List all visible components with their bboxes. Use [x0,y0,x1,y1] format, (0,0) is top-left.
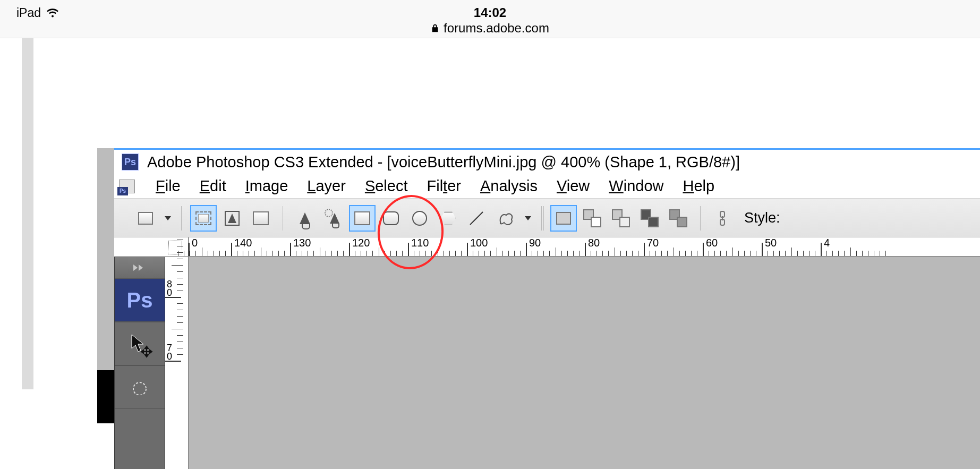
ruler-minor-tick [396,251,397,256]
vruler-minor-tick [177,303,183,304]
vruler-minor-tick [177,259,183,259]
shape-tool-line[interactable] [465,206,489,231]
ruler-minor-tick [862,251,863,256]
ruler-minor-tick [561,251,562,256]
ruler-minor-tick [815,251,815,256]
ruler-minor-tick [372,251,373,256]
ruler-minor-tick [520,251,521,256]
ruler-minor-tick [414,251,414,256]
menu-image[interactable]: Image [245,177,288,195]
svg-point-5 [133,382,146,395]
option-paths[interactable] [220,206,244,231]
ruler-minor-tick [502,251,503,256]
ruler-minor-tick [337,251,338,256]
screenshot-side-gray [97,148,114,370]
region-create-new[interactable] [551,206,576,231]
region-add[interactable] [580,206,604,231]
ruler-minor-tick [249,251,249,256]
lock-icon [431,23,439,33]
ruler-minor-tick [278,251,279,256]
vruler-minor-tick [177,316,183,317]
ruler-minor-tick [484,251,485,256]
ruler-minor-tick [720,251,721,256]
shape-tool-custom[interactable] [493,206,518,231]
ruler-tick-label: 90 [529,237,541,249]
move-tool[interactable] [115,322,165,365]
region-exclude[interactable] [666,206,691,231]
ruler-tick-label: 100 [470,237,488,249]
ruler-minor-tick [385,251,385,256]
shape-tool-pen[interactable] [293,206,317,231]
ruler-minor-tick [596,251,597,256]
option-shape-layers[interactable] [191,206,216,231]
ps-horizontal-ruler[interactable]: 0 14013012011010090807060504 [165,237,980,257]
ruler-minor-tick [497,248,497,256]
menu-help[interactable]: Help [683,177,714,195]
palette-expand-icon[interactable] [115,257,165,278]
shape-tool-rectangle[interactable] [350,206,374,231]
ruler-minor-tick [667,251,668,256]
ruler-minor-tick [490,251,491,256]
ruler-tick-label: 130 [293,237,311,249]
region-subtract[interactable] [609,206,633,231]
ps-tools-palette[interactable]: Ps [114,257,165,469]
ruler-minor-tick [326,251,326,256]
menu-file[interactable]: File [156,177,181,195]
ruler-minor-tick [296,251,296,256]
ruler-minor-tick [243,251,243,256]
ruler-minor-tick [543,251,544,256]
ruler-tick-label: 140 [234,237,252,249]
ps-options-bar: Style: [114,199,980,237]
ruler-minor-tick [797,251,798,256]
tool-preset-dropdown-icon[interactable] [164,215,172,222]
ruler-minor-tick [343,251,344,256]
menu-layer[interactable]: Layer [307,177,346,195]
ruler-minor-tick [685,251,686,256]
screenshot-side-black [97,370,114,423]
style-chain-icon[interactable] [710,206,735,231]
menu-edit[interactable]: Edit [200,177,226,195]
ruler-tick-label: 70 [647,237,659,249]
options-style-label: Style: [744,210,780,226]
shape-tool-polygon[interactable] [436,206,461,231]
address-bar[interactable]: forums.adobe.com [0,21,980,36]
ruler-minor-tick [444,251,444,256]
shape-options-dropdown-icon[interactable] [524,215,532,222]
ruler-minor-tick [538,251,538,256]
ruler-minor-tick [591,251,591,256]
vruler-minor-tick [177,240,183,240]
ruler-minor-tick [655,251,656,256]
ruler-minor-tick [620,251,621,256]
ps-vertical-ruler[interactable]: 8070 [165,257,189,469]
menu-select[interactable]: Select [365,177,408,195]
menu-analysis[interactable]: Analysis [480,177,538,195]
address-url: forums.adobe.com [444,21,549,36]
ruler-minor-tick [284,251,285,256]
ruler-minor-tick [850,248,851,256]
forum-left-margin [22,38,33,389]
ruler-origin-icon[interactable] [165,237,189,257]
ruler-minor-tick [313,251,314,256]
shape-tool-freeform-pen[interactable] [321,206,346,231]
ps-logo-tile: Ps [115,278,165,322]
menu-window[interactable]: Window [609,177,663,195]
ruler-minor-tick [254,251,255,256]
vruler-minor-tick [177,348,183,348]
region-intersect[interactable] [637,206,662,231]
menu-view[interactable]: View [557,177,590,195]
ps-doc-menu-icon[interactable]: Ps [117,178,137,194]
ruler-minor-tick [320,248,320,256]
tool-preset-icon[interactable] [133,206,158,231]
ruler-minor-tick [791,248,792,256]
option-fill-pixels[interactable] [249,206,273,231]
shape-tool-ellipse[interactable] [407,206,432,231]
shape-tool-rounded-rectangle[interactable] [379,206,403,231]
marquee-tool[interactable] [115,365,165,409]
ruler-minor-tick [214,251,214,256]
ps-canvas[interactable] [189,257,980,469]
ruler-minor-tick [549,251,550,256]
ruler-minor-tick [402,251,403,256]
vruler-minor-tick [177,284,183,285]
menu-filter[interactable]: Filter [427,177,461,195]
ruler-minor-tick [331,251,332,256]
